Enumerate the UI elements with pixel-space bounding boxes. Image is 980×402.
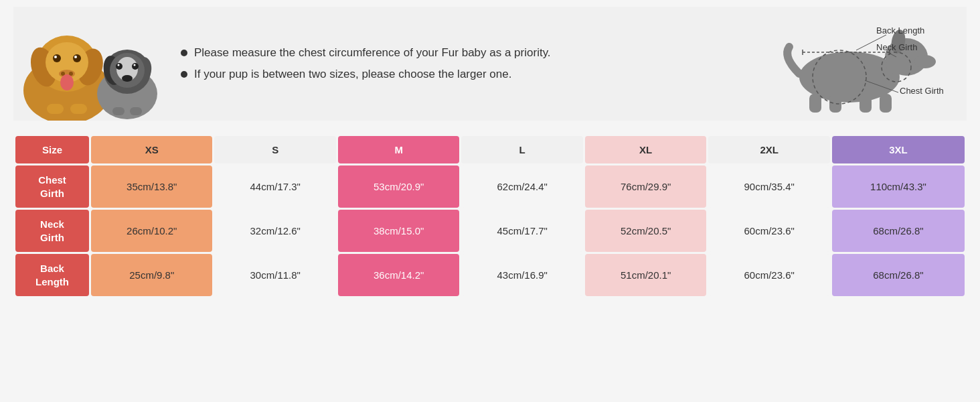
- size-table: Size XS S M L XL 2XL 3XL ChestGirth35cm/…: [13, 134, 967, 298]
- cell-twoxl-1: 60cm/23.6": [708, 210, 829, 252]
- cell-xl-0: 76cm/29.9": [585, 165, 706, 208]
- row-label-0: ChestGirth: [15, 165, 89, 208]
- cell-xs-0: 35cm/13.8": [91, 165, 212, 208]
- svg-point-21: [122, 75, 133, 82]
- dog-diagram: Back Length Neck Girth Chest Girth: [732, 7, 967, 121]
- svg-rect-33: [809, 94, 821, 113]
- cell-xs-1: 26cm/10.2": [91, 210, 212, 252]
- size-table-wrapper: Size XS S M L XL 2XL 3XL ChestGirth35cm/…: [13, 134, 967, 298]
- cell-m-1: 38cm/15.0": [338, 210, 459, 252]
- cell-m-2: 36cm/14.2": [338, 254, 459, 296]
- table-row: NeckGirth26cm/10.2"32cm/12.6"38cm/15.0"4…: [15, 210, 965, 252]
- svg-rect-36: [880, 94, 892, 113]
- cell-s-2: 30cm/11.8": [214, 254, 335, 296]
- dog-images: [13, 7, 167, 121]
- cell-m-0: 53cm/20.9": [338, 165, 459, 208]
- table-header-row: Size XS S M L XL 2XL 3XL: [15, 136, 965, 163]
- cell-xl-2: 51cm/20.1": [585, 254, 706, 296]
- svg-rect-35: [860, 94, 872, 113]
- svg-point-12: [60, 74, 74, 90]
- svg-point-11: [74, 56, 77, 58]
- cell-threexl-1: 68cm/26.8": [832, 210, 965, 252]
- dog-silhouette-svg: Back Length Neck Girth Chest Girth: [746, 13, 953, 114]
- cell-l-1: 45cm/17.7": [461, 210, 582, 252]
- dog-photos-illustration: [13, 30, 167, 121]
- cell-threexl-2: 68cm/26.8": [832, 254, 965, 296]
- header-xs: XS: [91, 136, 212, 163]
- svg-point-25: [134, 64, 136, 66]
- svg-rect-14: [70, 104, 87, 114]
- cell-l-2: 43cm/16.9": [461, 254, 582, 296]
- cell-twoxl-2: 60cm/23.6": [708, 254, 829, 296]
- cell-xl-1: 52cm/20.5": [585, 210, 706, 252]
- instruction-item-1: Please measure the chest circumference o…: [181, 46, 719, 60]
- bullet-1: [181, 50, 187, 56]
- header-xl: XL: [585, 136, 706, 163]
- svg-rect-30: [886, 57, 910, 74]
- header-m: M: [338, 136, 459, 163]
- svg-point-23: [132, 63, 139, 70]
- svg-rect-13: [47, 104, 64, 114]
- header-size: Size: [15, 136, 89, 163]
- row-label-1: NeckGirth: [15, 210, 89, 252]
- page-wrapper: Please measure the chest circumference o…: [0, 0, 980, 312]
- instructions-section: Please measure the chest circumference o…: [167, 7, 732, 121]
- bullet-2: [181, 71, 187, 78]
- header-l: L: [461, 136, 582, 163]
- instruction-item-2: If your pup is between two sizes, please…: [181, 68, 719, 81]
- cell-xs-2: 25cm/9.8": [91, 254, 212, 296]
- cell-s-1: 32cm/12.6": [214, 210, 335, 252]
- svg-text:Back Length: Back Length: [876, 25, 924, 36]
- svg-point-9: [73, 54, 81, 62]
- header-2xl: 2XL: [708, 136, 829, 163]
- row-label-2: BackLength: [15, 254, 89, 296]
- table-body: ChestGirth35cm/13.8"44cm/17.3"53cm/20.9"…: [15, 165, 965, 296]
- instruction-text-2: If your pup is between two sizes, please…: [194, 68, 511, 81]
- top-section: Please measure the chest circumference o…: [13, 7, 967, 121]
- svg-text:Neck Girth: Neck Girth: [876, 42, 917, 52]
- header-s: S: [214, 136, 335, 163]
- svg-point-24: [118, 64, 120, 66]
- table-row: ChestGirth35cm/13.8"44cm/17.3"53cm/20.9"…: [15, 165, 965, 208]
- svg-rect-26: [112, 107, 125, 115]
- instruction-text-1: Please measure the chest circumference o…: [194, 46, 551, 60]
- svg-rect-34: [829, 94, 841, 113]
- cell-l-0: 62cm/24.4": [461, 165, 582, 208]
- cell-s-0: 44cm/17.3": [214, 165, 335, 208]
- cell-twoxl-0: 90cm/35.4": [708, 165, 829, 208]
- table-row: BackLength25cm/9.8"30cm/11.8"36cm/14.2"4…: [15, 254, 965, 296]
- cell-threexl-0: 110cm/43.3": [832, 165, 965, 208]
- svg-point-22: [116, 63, 122, 70]
- svg-point-8: [53, 54, 61, 62]
- svg-point-31: [914, 55, 936, 68]
- svg-point-10: [54, 56, 57, 58]
- svg-rect-27: [130, 107, 142, 115]
- svg-text:Chest Girth: Chest Girth: [900, 86, 944, 96]
- header-3xl: 3XL: [832, 136, 965, 163]
